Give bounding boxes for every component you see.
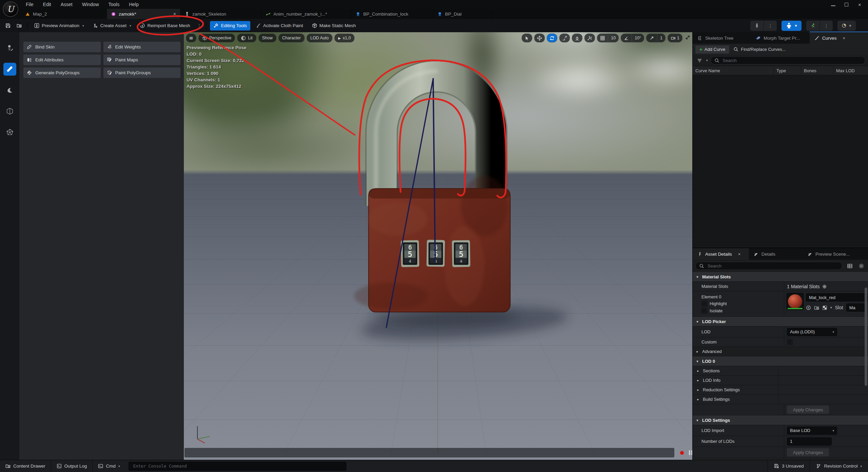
perspective-button[interactable]: Perspective bbox=[198, 34, 235, 42]
menu-file[interactable]: File bbox=[22, 1, 38, 8]
tab-map-2[interactable]: Map_2 bbox=[21, 9, 107, 19]
polygroups-mode-icon[interactable] bbox=[3, 126, 16, 139]
snapping-gizmo-button[interactable] bbox=[584, 34, 595, 42]
apply-changes-button[interactable]: Apply Changes bbox=[787, 448, 829, 456]
grid-snap-toggle[interactable] bbox=[597, 34, 608, 42]
tab-zamokk[interactable]: zamokk* × bbox=[107, 9, 180, 19]
grid-snap-value[interactable]: 10 bbox=[608, 34, 618, 42]
skin-weights-mode-icon[interactable] bbox=[3, 63, 16, 76]
row-advanced[interactable]: ▸ Advanced bbox=[693, 347, 868, 356]
3d-viewport[interactable]: 6 5 4 6 5 4 bbox=[184, 32, 692, 460]
pause-button[interactable] bbox=[689, 450, 692, 455]
character-menu-button[interactable]: Character bbox=[278, 34, 305, 42]
dial-1[interactable]: 6 5 4 bbox=[401, 240, 419, 267]
asset-details-search-input[interactable] bbox=[707, 263, 838, 269]
scrollbar-thumb[interactable] bbox=[865, 288, 867, 386]
lit-mode-button[interactable]: Lit bbox=[237, 34, 256, 42]
console-command-input[interactable] bbox=[132, 463, 343, 469]
tab-anim-number-zamok[interactable]: Anim_number_zamok_i...* bbox=[262, 9, 351, 19]
close-icon[interactable]: × bbox=[738, 252, 741, 257]
create-asset-button[interactable]: Create Asset▾ bbox=[90, 21, 135, 31]
curves-search-input[interactable] bbox=[722, 58, 862, 63]
tab-bp-dial[interactable]: BP_Dial bbox=[433, 9, 493, 19]
add-material-slot-icon[interactable]: ⊕ bbox=[822, 283, 827, 290]
number-of-lods-input[interactable]: 1 bbox=[787, 437, 832, 446]
select-tool-button[interactable] bbox=[522, 34, 532, 42]
chevron-down-icon[interactable]: ▾ bbox=[830, 306, 832, 309]
lod-auto-button[interactable]: LOD Auto bbox=[307, 34, 332, 42]
section-lod-settings[interactable]: ▾ LOD Settings bbox=[693, 415, 868, 425]
rotation-snap-value[interactable]: 10° bbox=[632, 34, 644, 42]
skeleton-edit-mode-icon[interactable] bbox=[3, 42, 16, 55]
apply-changes-button[interactable]: Apply Changes bbox=[787, 406, 829, 414]
revision-control-button[interactable]: Revision Control ▾ bbox=[810, 460, 868, 472]
reimport-options-dots-icon[interactable]: ⋮ bbox=[195, 23, 203, 28]
paint-polygroups-button[interactable]: Paint PolyGroups bbox=[103, 67, 181, 78]
content-drawer-button[interactable]: Content Drawer bbox=[0, 460, 51, 472]
dial-2[interactable]: 6 5 4 bbox=[426, 240, 445, 267]
scale-snap-value[interactable]: 1 bbox=[657, 34, 665, 42]
isolate-checkbox[interactable] bbox=[701, 308, 707, 314]
menu-edit[interactable]: Edit bbox=[39, 1, 55, 8]
tab-bp-combination-lock[interactable]: BP_Combination_lock bbox=[351, 9, 433, 19]
add-curve-button[interactable]: + Add Curve bbox=[695, 45, 729, 54]
row-lod-info[interactable]: ▸LOD Info bbox=[693, 376, 868, 385]
use-selected-asset-icon[interactable] bbox=[806, 305, 811, 310]
column-max-lod[interactable]: Max LOD bbox=[833, 66, 868, 75]
highlight-checkbox[interactable] bbox=[701, 301, 707, 307]
curves-list-empty[interactable] bbox=[693, 75, 868, 248]
tab-curves[interactable]: Curves × bbox=[810, 32, 868, 44]
unsaved-status[interactable]: 3 Unsaved bbox=[768, 460, 810, 472]
slot-name-input[interactable]: Ma bbox=[846, 303, 867, 312]
generate-polygroups-button[interactable]: Generate PolyGroups bbox=[23, 67, 101, 78]
filter-button[interactable] bbox=[695, 56, 703, 64]
menu-tools[interactable]: Tools bbox=[104, 1, 124, 8]
viewport-menu-button[interactable] bbox=[186, 34, 196, 42]
physics-editor-button[interactable]: ★ bbox=[837, 21, 856, 31]
row-reduction-settings[interactable]: ▸Reduction Settings bbox=[693, 385, 868, 395]
paint-maps-button[interactable]: Paint Maps bbox=[103, 55, 181, 65]
column-type[interactable]: Type bbox=[773, 66, 801, 75]
column-curve-name[interactable]: Curve Name bbox=[693, 66, 773, 75]
edit-attributes-button[interactable]: Edit Attributes bbox=[23, 55, 101, 65]
playback-speed-button[interactable]: ▶ x1,0 bbox=[334, 34, 354, 42]
morph-mode-icon[interactable] bbox=[3, 84, 16, 97]
scale-snap-toggle[interactable] bbox=[647, 34, 657, 42]
world-space-button[interactable] bbox=[572, 34, 582, 42]
texture-checker-icon[interactable] bbox=[822, 305, 827, 310]
menu-window[interactable]: Window bbox=[78, 1, 103, 8]
cmd-selector-button[interactable]: Cmd ▾ bbox=[93, 460, 125, 472]
row-build-settings[interactable]: ▸Build Settings bbox=[693, 395, 868, 404]
mesh-editor-button[interactable]: ★ bbox=[782, 21, 802, 31]
find-replace-curves-button[interactable]: Find/Replace Curves... bbox=[733, 47, 786, 52]
translate-tool-button[interactable] bbox=[534, 34, 545, 42]
close-icon[interactable]: × bbox=[843, 36, 845, 41]
display-options-button[interactable] bbox=[846, 262, 854, 270]
settings-gear-button[interactable] bbox=[857, 262, 865, 270]
close-icon[interactable]: × bbox=[857, 2, 862, 7]
tab-morph-target-preview[interactable]: Morph Target Pr... bbox=[751, 32, 809, 44]
activate-cloth-paint-button[interactable]: Activate Cloth Paint bbox=[252, 21, 307, 31]
bind-skin-button[interactable]: Bind Skin bbox=[23, 42, 101, 52]
browse-to-asset-icon[interactable] bbox=[814, 305, 819, 310]
menu-asset[interactable]: Asset bbox=[57, 1, 77, 8]
mesh-attributes-mode-icon[interactable] bbox=[3, 105, 16, 118]
rotation-snap-toggle[interactable] bbox=[621, 34, 632, 42]
lod-import-dropdown[interactable]: Base LOD ▾ bbox=[787, 427, 837, 435]
output-log-button[interactable]: Output Log bbox=[51, 460, 93, 472]
animation-timeline[interactable] bbox=[185, 448, 674, 457]
preview-animation-button[interactable]: Preview Animation▾ bbox=[31, 21, 88, 31]
scale-tool-button[interactable] bbox=[559, 34, 570, 42]
rotate-tool-button[interactable] bbox=[547, 34, 557, 42]
browse-to-asset-button[interactable] bbox=[15, 21, 24, 31]
maximize-icon[interactable] bbox=[844, 2, 849, 7]
material-select-dropdown[interactable]: Mat_lock_red ▾ bbox=[806, 293, 868, 301]
show-menu-button[interactable]: Show bbox=[258, 34, 276, 42]
edit-weights-button[interactable]: Edit Weights bbox=[103, 42, 181, 52]
animation-editor-button[interactable]: ⋮ bbox=[806, 21, 833, 31]
dots-icon[interactable]: ⋮ bbox=[819, 21, 833, 31]
record-button[interactable] bbox=[678, 449, 686, 457]
editing-tools-button[interactable]: Editing Tools bbox=[210, 21, 250, 31]
custom-checkbox[interactable] bbox=[787, 339, 793, 345]
save-button[interactable] bbox=[3, 21, 13, 31]
